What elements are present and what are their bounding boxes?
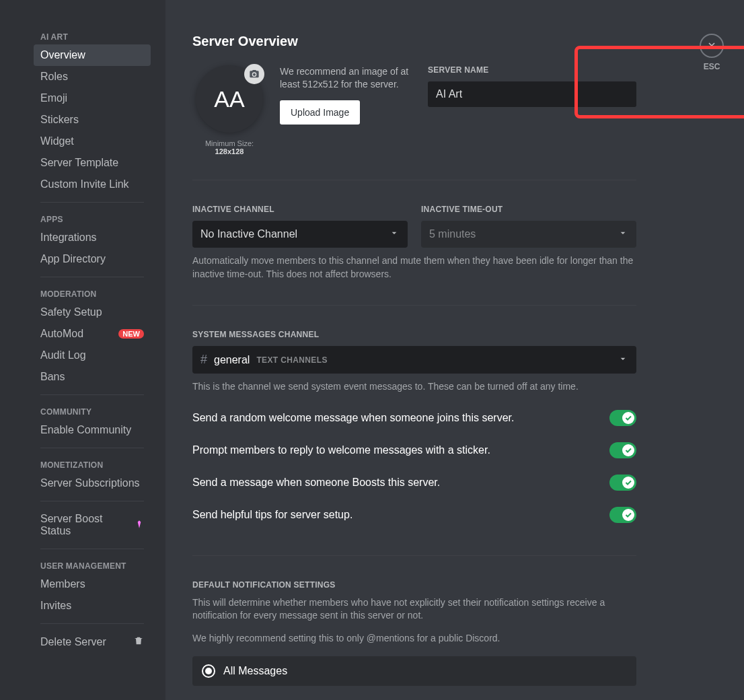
chevron-down-icon: [389, 228, 400, 241]
sidebar-item-label: Safety Setup: [40, 306, 102, 318]
sidebar-divider: [40, 501, 144, 501]
sidebar-item-integrations[interactable]: Integrations: [34, 227, 151, 248]
system-channel-category: TEXT CHANNELS: [256, 355, 327, 365]
sidebar-item-audit-log[interactable]: Audit Log: [34, 345, 151, 366]
radio-selected-icon: [202, 664, 215, 678]
toggle-label: Send a message when someone Boosts this …: [192, 477, 440, 489]
sidebar-item-label: Enable Community: [40, 424, 131, 436]
toggle-label: Send a random welcome message when someo…: [192, 412, 514, 424]
server-avatar[interactable]: AA: [196, 65, 263, 133]
sidebar-item-label: Bans: [40, 371, 65, 383]
sidebar-item-stickers[interactable]: Stickers: [34, 109, 151, 131]
sidebar-item-members[interactable]: Members: [34, 573, 151, 595]
inactive-timeout-select[interactable]: 5 minutes: [421, 221, 636, 248]
divider: [192, 180, 636, 180]
server-avatar-block: AA Minimum Size: 128x128: [192, 65, 266, 155]
system-toggle-row: Prompt members to reply to welcome messa…: [192, 434, 636, 466]
sidebar-divider: [40, 202, 144, 203]
sidebar-item-label: Invites: [40, 600, 71, 612]
min-size-label: Minimum Size: 128x128: [192, 139, 266, 155]
system-help-text: This is the channel we send system event…: [192, 380, 636, 394]
notification-help-2: We highly recommend setting this to only…: [192, 632, 636, 645]
avatar-initials: AA: [214, 86, 244, 112]
inactive-help-text: Automatically move members to this chann…: [192, 254, 636, 281]
sidebar-section-header: MODERATION: [34, 284, 151, 302]
inactive-channel-select[interactable]: No Inactive Channel: [192, 221, 408, 248]
boost-gem-icon: [135, 520, 144, 531]
sidebar-item-invites[interactable]: Invites: [34, 595, 151, 617]
notification-help-1: This will determine whether members who …: [192, 596, 636, 623]
sidebar-item-label: Integrations: [40, 232, 97, 244]
system-messages-select[interactable]: # general TEXT CHANNELS: [192, 346, 636, 374]
radio-all-messages[interactable]: All Messages: [192, 656, 636, 686]
toggle-switch[interactable]: [609, 475, 636, 491]
system-channel-name: general: [214, 354, 250, 366]
sidebar-item-label: Members: [40, 578, 85, 590]
system-toggle-row: Send a random welcome message when someo…: [192, 402, 636, 434]
sidebar-section-header: AI ART: [34, 27, 151, 44]
sidebar-item-label: Emoji: [40, 92, 67, 104]
toggle-label: Send helpful tips for server setup.: [192, 509, 352, 521]
inactive-channel-value: No Inactive Channel: [200, 228, 297, 240]
sidebar-item-boost-status[interactable]: Server Boost Status: [34, 508, 151, 542]
toggle-switch[interactable]: [609, 442, 636, 458]
toggle-knob: [622, 509, 634, 521]
toggle-knob: [622, 412, 634, 424]
sidebar-divider: [40, 277, 144, 277]
sidebar-item-label: App Directory: [40, 253, 106, 265]
chevron-down-icon: [618, 228, 628, 241]
sidebar-section-header: APPS: [34, 209, 151, 227]
sidebar-item-bans[interactable]: Bans: [34, 366, 151, 388]
inactive-channel-label: INACTIVE CHANNEL: [192, 205, 408, 214]
system-toggle-row: Send a message when someone Boosts this …: [192, 466, 636, 499]
sidebar-item-widget[interactable]: Widget: [34, 131, 151, 152]
inactive-timeout-label: INACTIVE TIME-OUT: [421, 205, 636, 214]
radio-all-messages-label: All Messages: [223, 665, 287, 677]
sidebar-item-custom-invite[interactable]: Custom Invite Link: [34, 174, 151, 195]
sidebar-item-label: Server Subscriptions: [40, 477, 140, 489]
close-button[interactable]: [700, 34, 724, 58]
sidebar-item-server-template[interactable]: Server Template: [34, 152, 151, 174]
toggle-label: Prompt members to reply to welcome messa…: [192, 444, 490, 456]
sidebar: AI ARTOverviewRolesEmojiStickersWidgetSe…: [0, 0, 165, 700]
server-name-label: SERVER NAME: [428, 65, 636, 75]
sidebar-item-roles[interactable]: Roles: [34, 66, 151, 88]
sidebar-divider: [40, 623, 144, 624]
inactive-timeout-value: 5 minutes: [429, 228, 476, 240]
divider: [192, 305, 636, 306]
sidebar-item-delete-server[interactable]: Delete Server: [34, 631, 151, 654]
sidebar-section-header: USER MANAGEMENT: [34, 556, 151, 573]
sidebar-item-label: Server Template: [40, 157, 118, 169]
sidebar-divider: [40, 394, 144, 395]
sidebar-item-server-subscriptions[interactable]: Server Subscriptions: [34, 473, 151, 494]
sidebar-item-enable-community[interactable]: Enable Community: [34, 419, 151, 441]
sidebar-item-overview[interactable]: Overview: [34, 44, 151, 66]
system-messages-label: SYSTEM MESSAGES CHANNEL: [192, 330, 636, 339]
sidebar-divider: [40, 448, 144, 448]
toggle-knob: [622, 444, 634, 456]
upload-image-button[interactable]: Upload Image: [280, 100, 360, 125]
sidebar-item-label: Custom Invite Link: [40, 178, 129, 190]
upload-image-icon[interactable]: [244, 64, 264, 84]
trash-icon: [133, 635, 144, 649]
main-content: Server Overview AA Minimum Size: 128x128…: [165, 0, 744, 700]
sidebar-item-label: AutoMod: [40, 328, 83, 340]
sidebar-item-app-directory[interactable]: App Directory: [34, 248, 151, 270]
page-title: Server Overview: [192, 34, 636, 49]
sidebar-section-header: COMMUNITY: [34, 402, 151, 419]
sidebar-item-safety-setup[interactable]: Safety Setup: [34, 302, 151, 323]
sidebar-divider: [40, 549, 144, 549]
toggle-switch[interactable]: [609, 507, 636, 523]
divider: [192, 555, 636, 556]
sidebar-item-label: Server Boost Status: [40, 513, 135, 537]
toggle-switch[interactable]: [609, 410, 636, 426]
sidebar-item-emoji[interactable]: Emoji: [34, 88, 151, 109]
sidebar-section-header: MONETIZATION: [34, 455, 151, 473]
toggle-knob: [622, 477, 634, 489]
sidebar-item-label: Widget: [40, 135, 74, 147]
new-badge: NEW: [118, 329, 144, 339]
sidebar-item-label: Audit Log: [40, 349, 86, 361]
notification-settings-label: DEFAULT NOTIFICATION SETTINGS: [192, 580, 636, 590]
server-name-input[interactable]: [428, 81, 636, 107]
sidebar-item-automod[interactable]: AutoModNEW: [34, 323, 151, 345]
